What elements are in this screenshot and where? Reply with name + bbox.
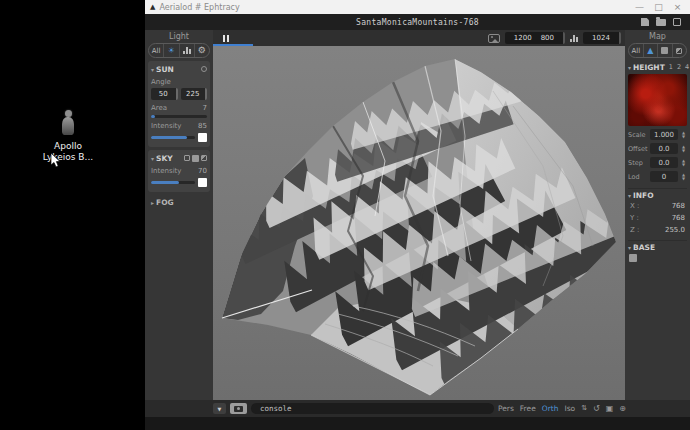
console-dropdown-button[interactable]: ▼ bbox=[213, 403, 226, 414]
maximize-button[interactable]: □ bbox=[651, 0, 666, 14]
camera-icon bbox=[234, 406, 243, 412]
terrain-icon: ▲ bbox=[647, 47, 653, 55]
base-section-header[interactable]: ▾ BASE bbox=[628, 240, 687, 250]
sky-caret-icon: ▾ bbox=[151, 155, 154, 162]
angle-label: Angle bbox=[151, 78, 207, 86]
dropdown-icon: ▼ bbox=[218, 406, 222, 412]
offset-field[interactable]: 0.0 bbox=[650, 143, 678, 154]
reset-view-icon[interactable]: ↺ bbox=[593, 405, 600, 413]
sky-plain-icon[interactable] bbox=[184, 155, 190, 161]
info-section-header[interactable]: ▾ INFO bbox=[628, 188, 687, 198]
mip-1-button[interactable]: 1 bbox=[669, 63, 673, 71]
sky-image-icon[interactable] bbox=[201, 155, 207, 161]
height-caret-icon: ▾ bbox=[628, 64, 631, 71]
heightmap-thumbnail[interactable] bbox=[628, 74, 687, 126]
info-y-label: Y : bbox=[630, 214, 639, 222]
frame-view-icon[interactable]: ▣ bbox=[606, 405, 614, 413]
render-view[interactable] bbox=[213, 46, 625, 400]
sky-section-header[interactable]: ▾ SKY bbox=[151, 153, 207, 163]
appbar-actions bbox=[641, 18, 690, 26]
step-down-icon: ▼ bbox=[682, 163, 685, 167]
terrain-render bbox=[213, 46, 625, 400]
angle-fields: 50 225 bbox=[151, 88, 207, 100]
map-tab-export[interactable] bbox=[673, 44, 687, 57]
lod-field[interactable]: 0 bbox=[650, 171, 678, 182]
base-caret-icon: ▾ bbox=[628, 244, 631, 251]
offset-stepper[interactable]: ▲▼ bbox=[680, 145, 687, 153]
sky-intensity-slider[interactable] bbox=[151, 181, 195, 184]
fog-section-header[interactable]: ▸ FOG bbox=[148, 192, 210, 213]
sun-section-header[interactable]: ▾ SUN bbox=[151, 64, 207, 74]
pause-icon bbox=[223, 35, 225, 42]
mip-2-button[interactable]: 2 bbox=[677, 63, 681, 71]
statue-thumbnail bbox=[62, 110, 74, 138]
area-slider[interactable] bbox=[151, 115, 207, 118]
sun-color-swatch[interactable] bbox=[198, 133, 207, 142]
light-tab-histogram[interactable] bbox=[180, 44, 195, 57]
render-width-value: 1200 bbox=[514, 34, 532, 42]
snapshot-button[interactable] bbox=[230, 403, 247, 414]
window-footer bbox=[145, 417, 690, 430]
save-icon[interactable] bbox=[641, 18, 649, 26]
mode-free[interactable]: Free bbox=[520, 404, 536, 413]
mode-iso[interactable]: Iso bbox=[564, 404, 575, 413]
open-folder-icon[interactable] bbox=[656, 19, 666, 26]
updown-icon[interactable]: ⇅ bbox=[581, 405, 587, 412]
sun-section-title: SUN bbox=[156, 65, 174, 74]
sun-intensity-label: Intensity bbox=[151, 122, 181, 130]
scale-stepper[interactable]: ▲▼ bbox=[680, 131, 687, 139]
angle-altitude-field[interactable]: 225 bbox=[181, 88, 208, 100]
light-tab-settings[interactable]: ⚙ bbox=[195, 44, 209, 57]
mode-orth[interactable]: Orth bbox=[542, 404, 559, 413]
map-tab-all[interactable]: All bbox=[629, 44, 644, 57]
sky-gradient-icon[interactable] bbox=[192, 155, 199, 162]
sun-intensity-slider[interactable] bbox=[151, 136, 195, 139]
close-button[interactable]: × bbox=[670, 0, 685, 14]
document-title: SantaMonicaMountains-768 bbox=[145, 18, 690, 27]
minimize-button[interactable]: — bbox=[632, 0, 647, 14]
lod-stepper[interactable]: ▲▼ bbox=[680, 173, 687, 181]
info-section-title: INFO bbox=[633, 191, 654, 200]
sun-intensity-value: 85 bbox=[198, 122, 207, 130]
statue-body-shape bbox=[62, 117, 74, 135]
step-stepper[interactable]: ▲▼ bbox=[680, 159, 687, 167]
scale-field[interactable]: 1.000 bbox=[650, 129, 678, 140]
sun-icon: ☀ bbox=[168, 47, 175, 55]
mode-pers[interactable]: Pers bbox=[498, 404, 514, 413]
samples-field[interactable]: 1024 bbox=[583, 32, 621, 44]
map-tab-layers[interactable] bbox=[658, 44, 673, 57]
sky-color-swatch[interactable] bbox=[198, 178, 207, 187]
light-tab-all[interactable]: All bbox=[149, 44, 164, 57]
globe-icon[interactable]: ⊕ bbox=[619, 405, 626, 413]
desktop-icon-apollo[interactable]: Apollo Lykeios B... bbox=[36, 110, 100, 163]
light-tab-group: All ☀ ⚙ bbox=[148, 43, 210, 58]
layers-icon bbox=[661, 47, 668, 54]
map-tab-group: All ▲ bbox=[628, 43, 687, 58]
area-label: Area bbox=[151, 104, 167, 112]
lod-label: Lod bbox=[628, 173, 648, 181]
map-tab-terrain[interactable]: ▲ bbox=[644, 44, 659, 57]
step-down-icon: ▼ bbox=[682, 135, 685, 139]
map-panel: Map All ▲ ▾ HEIGHT 1 2 4 Scale bbox=[625, 30, 690, 400]
screenshot-frame-icon[interactable] bbox=[673, 18, 681, 26]
step-label: Step bbox=[628, 159, 648, 167]
height-mip-buttons: 1 2 4 bbox=[669, 63, 689, 71]
height-section-header[interactable]: ▾ HEIGHT 1 2 4 bbox=[628, 62, 687, 72]
info-x-value: 768 bbox=[672, 202, 685, 210]
scale-label: Scale bbox=[628, 131, 648, 139]
light-tab-sun[interactable]: ☀ bbox=[164, 44, 179, 57]
mip-4-button[interactable]: 4 bbox=[685, 63, 689, 71]
step-field[interactable]: 0.0 bbox=[650, 157, 678, 168]
height-section-title: HEIGHT bbox=[633, 63, 665, 72]
console-input[interactable] bbox=[251, 403, 494, 414]
render-resolution-field[interactable]: 1200 800 bbox=[505, 32, 565, 44]
info-row-y: Y : 768 bbox=[628, 214, 687, 222]
step-down-icon: ▼ bbox=[682, 149, 685, 153]
mouse-cursor bbox=[50, 153, 61, 168]
sun-enable-toggle[interactable] bbox=[201, 66, 207, 72]
viewport-toolbar: 1200 800 1024 bbox=[213, 30, 625, 46]
base-color-swatch[interactable] bbox=[629, 254, 637, 262]
angle-azimuth-field[interactable]: 50 bbox=[151, 88, 178, 100]
step-down-icon: ▼ bbox=[682, 177, 685, 181]
sky-section-title: SKY bbox=[156, 154, 173, 163]
